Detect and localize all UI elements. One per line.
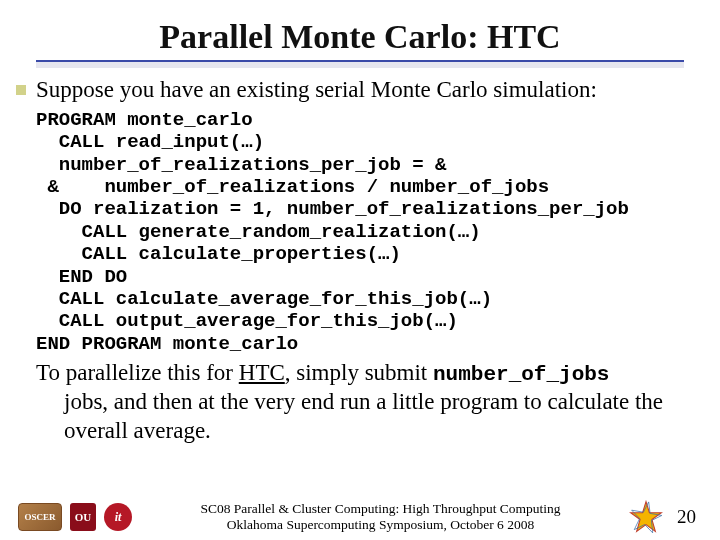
footer-logos-left: OSCER OU it [18,503,132,531]
star-logo-icon [629,500,663,534]
intro-text: Suppose you have an existing serial Mont… [36,76,597,105]
it-logo-icon: it [104,503,132,531]
code-block: PROGRAM monte_carlo CALL read_input(…) n… [36,109,684,355]
ou-logo-icon: OU [70,503,96,531]
footer-line-1: SC08 Parallel & Cluster Computing: High … [138,501,623,517]
slide: Parallel Monte Carlo: HTC Suppose you ha… [0,0,720,540]
footer: OSCER OU it SC08 Parallel & Cluster Comp… [0,500,720,534]
outro-pre: To parallelize this for [36,360,239,385]
outro-mid: , simply submit [285,360,433,385]
oscer-logo-icon: OSCER [18,503,62,531]
slide-title: Parallel Monte Carlo: HTC [36,18,684,56]
bullet-icon [16,85,26,95]
page-number: 20 [677,506,696,528]
title-underline [36,60,684,68]
footer-line-2: Oklahoma Supercomputing Symposium, Octob… [138,517,623,533]
footer-text: SC08 Parallel & Cluster Computing: High … [132,501,629,533]
outro-mono: number_of_jobs [433,363,609,386]
outro-htc: HTC [239,360,285,385]
footer-right: 20 [629,500,696,534]
outro-text: To parallelize this for HTC, simply subm… [36,359,684,446]
intro-row: Suppose you have an existing serial Mont… [16,76,684,105]
outro-tail: jobs, and then at the very end run a lit… [36,388,684,446]
